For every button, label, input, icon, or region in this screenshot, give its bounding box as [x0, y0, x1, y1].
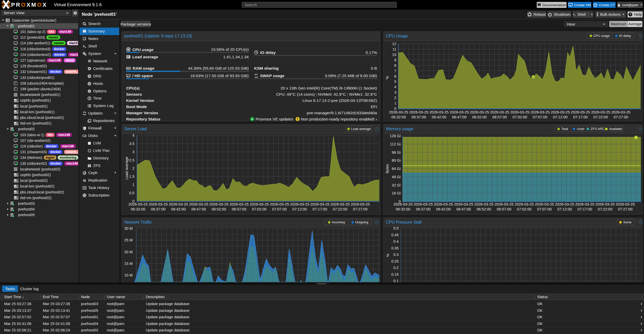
svg-text:PROXMOX: PROXMOX: [11, 2, 47, 8]
svg-text:?: ?: [630, 13, 631, 16]
